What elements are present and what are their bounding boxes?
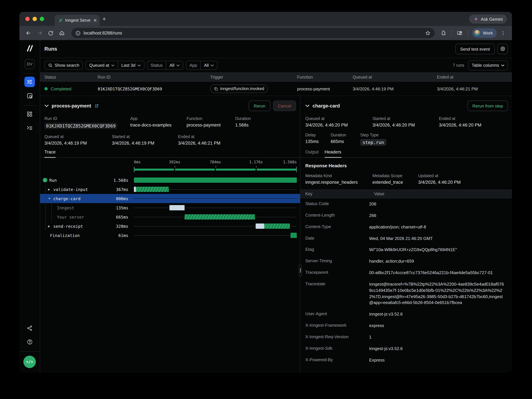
maximize-window-button[interactable]	[40, 17, 44, 21]
profile-avatar	[474, 29, 481, 37]
duration-value: 1.568s	[235, 123, 296, 128]
time-range-dropdown[interactable]: Last 3d	[118, 61, 144, 69]
browser-profile-button[interactable]: Work	[472, 28, 497, 38]
settings-button[interactable]	[497, 44, 508, 54]
sidebar-item-runs[interactable]	[24, 77, 35, 87]
step-started-at-value: 3/4/2026, 4:46:20 PM	[373, 123, 439, 128]
share-icon[interactable]	[24, 323, 35, 333]
tab-headers[interactable]: Headers	[324, 150, 341, 157]
site-info-icon[interactable]	[75, 31, 81, 36]
trace-row-finalization[interactable]: Finalization61ms	[40, 231, 300, 240]
value-column-header: Value	[369, 192, 512, 196]
step-ended-at-value: 3/4/2026, 4:46:20 PM	[439, 123, 508, 128]
sidebar-item-console[interactable]	[24, 123, 35, 133]
header-row: X-Powered-ByExpress	[305, 355, 506, 366]
trace-span-duration: 367ms	[99, 187, 128, 192]
url-text[interactable]: localhost:8288/runs	[83, 31, 422, 36]
show-search-label: Show search	[55, 63, 79, 68]
rerun-button[interactable]: Rerun	[249, 101, 270, 111]
collapse-step-chevron-icon[interactable]	[305, 104, 310, 107]
sidebar-item-apps[interactable]	[24, 109, 35, 119]
app-filter-value: All	[204, 63, 209, 68]
help-icon[interactable]	[24, 337, 35, 347]
app-link[interactable]: trace-docs-examples	[130, 123, 187, 128]
header-value: Wed, 04 Mar 2026 21:46:20 GMT	[364, 235, 506, 242]
header-row: Traceparent00-a8bc2f17c4ccce87cc7376e524…	[305, 267, 506, 279]
step-queued-at-label: Queued at	[305, 116, 373, 123]
trigger-badge[interactable]: inngest/function.invoked	[210, 85, 268, 93]
show-search-button[interactable]: Show search	[44, 61, 83, 70]
status-filter-dropdown[interactable]: All	[166, 61, 183, 69]
ended-at-label: Ended at	[178, 135, 296, 141]
trace-row-charge-card[interactable]: ▼charge-card800ms	[40, 194, 300, 203]
step-duration-label: Duration	[331, 133, 360, 139]
home-button[interactable]	[57, 28, 67, 38]
trace-span-duration: 135ms	[99, 205, 128, 210]
queued-at-value: 3/4/2026, 4:46:19 PM	[44, 141, 112, 146]
trace-minimap[interactable]	[134, 167, 297, 172]
forward-button[interactable]	[35, 28, 44, 38]
collapse-arrow-icon[interactable]: ▼	[48, 197, 51, 200]
external-link-icon[interactable]	[94, 103, 99, 108]
col-run-id: Run ID	[98, 75, 210, 80]
bookmark-star-icon[interactable]	[425, 30, 431, 36]
browser-tab[interactable]: Inngest Server ✕	[55, 15, 100, 26]
table-columns-button[interactable]: Table columns	[468, 60, 508, 70]
span-bar	[136, 187, 169, 192]
extensions-icon[interactable]	[438, 28, 449, 38]
search-tabs-icon[interactable]	[455, 28, 465, 38]
send-test-event-button[interactable]: Send test event	[455, 44, 495, 54]
run-id-cell: 01KJXD1TQCZ852GMEX0CQF3D69	[98, 86, 210, 91]
new-tab-button[interactable]: +	[102, 12, 106, 26]
ask-gemini-button[interactable]: Ask Gemini	[469, 14, 507, 24]
reload-button[interactable]	[46, 28, 56, 38]
env-badge[interactable]: DV	[25, 59, 35, 69]
header-value: 266	[364, 213, 506, 219]
delay-bar	[170, 205, 185, 210]
status-dot-icon	[44, 87, 48, 90]
queued-at-dropdown[interactable]: Queued at	[86, 61, 118, 69]
updated-at-label: Updated at	[418, 173, 508, 180]
chevron-down-icon	[501, 64, 504, 66]
step-ended-at-label: Ended at	[439, 116, 508, 123]
desktop: Inngest Server ✕ + Ask Gemini	[0, 0, 532, 399]
trace-row-your-server[interactable]: Your server665ms	[40, 212, 300, 221]
collapse-run-chevron-icon[interactable]	[44, 104, 49, 107]
browser-toolbar: localhost:8288/runs Work	[19, 26, 512, 40]
tab-output[interactable]: Output	[305, 150, 319, 157]
axis-tick: 0ms	[134, 160, 141, 164]
header-value: 206	[364, 201, 506, 207]
minimize-window-button[interactable]	[32, 17, 37, 21]
tab-trace[interactable]: Trace	[44, 150, 56, 157]
rerun-from-step-button[interactable]: Rerun from step	[468, 101, 508, 111]
trace-row-run[interactable]: ✓Run1.568s	[40, 176, 300, 185]
expand-arrow-icon[interactable]: ▶	[48, 188, 50, 191]
function-link[interactable]: process-payment	[187, 123, 235, 128]
step-duration-value: 665ms	[331, 139, 360, 144]
header-row: Content-Typeapplication/json; charset=ut…	[305, 221, 506, 233]
tab-close-icon[interactable]: ✕	[93, 18, 97, 23]
app-sidebar: DV	[19, 40, 40, 373]
trace-row-validate-input[interactable]: ▶validate-input367ms	[40, 185, 300, 194]
dev-server-button[interactable]: </>	[23, 356, 36, 368]
trace-span-duration: 665ms	[99, 215, 128, 219]
back-button[interactable]	[23, 28, 33, 38]
address-bar[interactable]: localhost:8288/runs	[71, 28, 435, 38]
col-ended-at: Ended at	[437, 75, 512, 80]
browser-menu-icon[interactable]	[498, 28, 508, 38]
chevron-down-icon	[176, 64, 180, 66]
inngest-sidebar-logo-icon[interactable]	[25, 44, 34, 53]
page-title: Runs	[44, 46, 57, 52]
queued-at-label: Queued at	[89, 63, 109, 68]
expand-arrow-icon[interactable]: ▶	[48, 225, 50, 227]
cancel-button[interactable]: Cancel	[273, 101, 296, 111]
table-row[interactable]: Completed 01KJXD1TQCZ852GMEX0CQF3D69 inn…	[40, 82, 512, 96]
app-filter-dropdown[interactable]: All	[201, 61, 217, 69]
trace-row-send-receipt[interactable]: ▶send-receipt328ms	[40, 221, 300, 231]
header-value: handler, action;dur=659	[364, 258, 506, 264]
sidebar-divider	[23, 73, 36, 74]
close-window-button[interactable]	[25, 17, 30, 21]
trace-row-inngest[interactable]: Inngest135ms	[40, 203, 300, 212]
col-status: Status	[44, 75, 98, 80]
sidebar-item-events[interactable]	[24, 90, 35, 101]
